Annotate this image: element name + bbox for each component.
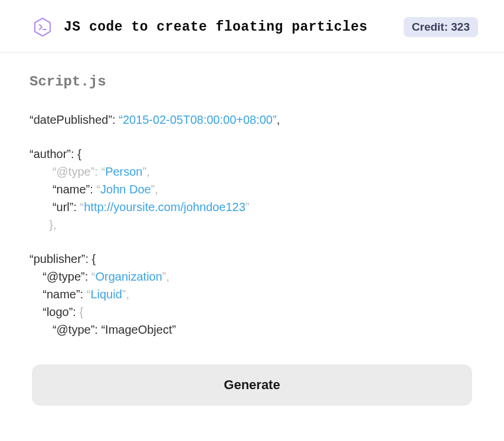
code-line: “@type”: “Person”,	[30, 163, 474, 180]
code-line: },	[30, 216, 474, 233]
comma: ,	[277, 113, 280, 126]
json-key: “name”:	[53, 183, 96, 196]
code-line: “author”: {	[30, 145, 474, 163]
quote: ”	[162, 270, 166, 283]
code-line: “name”: “John Doe”,	[30, 180, 474, 198]
comma: ,	[166, 270, 170, 283]
prompt-icon	[32, 17, 53, 38]
json-value: Liquid	[90, 288, 122, 301]
comma: ,	[126, 288, 129, 301]
code-block: “datePublished”: “2015-02-05T08:00:00+08…	[30, 111, 474, 338]
json-line: “@type”: “ImageObject”	[53, 323, 176, 336]
header-bar: JS code to create floating particles Cre…	[0, 0, 504, 52]
json-key: “datePublished”:	[30, 113, 116, 126]
json-value: “2015-02-05T08:00:00+08:00”	[119, 113, 276, 126]
code-line: “publisher”: {	[30, 250, 474, 268]
json-value: Person	[105, 165, 142, 178]
code-line: “@type”: “ImageObject”	[30, 321, 474, 338]
json-key: “@type”:	[42, 270, 91, 283]
generate-button[interactable]: Generate	[32, 364, 472, 406]
json-key: “@type”:	[53, 165, 102, 178]
json-key: “name”:	[42, 288, 86, 301]
code-line: “url”: “http://yoursite.com/johndoe123”	[30, 198, 474, 216]
brace: },	[49, 218, 56, 231]
author-block: “author”: { “@type”: “Person”, “name”: “…	[30, 145, 474, 233]
comma: ,	[146, 165, 150, 178]
code-line: “@type”: “Organization”,	[30, 268, 474, 285]
header-left: JS code to create floating particles	[32, 17, 368, 38]
comma: ,	[155, 183, 158, 196]
filename-label: Script.js	[30, 74, 474, 90]
json-key: “publisher”: {	[30, 252, 96, 265]
publisher-block: “publisher”: { “@type”: “Organization”, …	[30, 250, 474, 338]
json-key: “author”: {	[30, 147, 81, 160]
code-line: “datePublished”: “2015-02-05T08:00:00+08…	[30, 111, 474, 129]
json-value: http://yoursite.com/johndoe123	[84, 200, 246, 213]
main-content: Script.js “datePublished”: “2015-02-05T0…	[0, 52, 504, 338]
json-value: John Doe	[100, 183, 151, 196]
quote: ”	[246, 200, 250, 213]
page-title: JS code to create floating particles	[64, 19, 368, 35]
code-line: “name”: “Liquid”,	[30, 285, 474, 303]
brace: {	[79, 305, 83, 318]
json-key: “url”:	[53, 200, 80, 213]
generate-wrap: Generate	[0, 364, 504, 406]
json-value: Organization	[95, 270, 162, 283]
code-line: “logo”: {	[30, 303, 474, 321]
json-key: “logo”:	[42, 305, 79, 318]
credit-badge: Credit: 323	[404, 17, 478, 37]
